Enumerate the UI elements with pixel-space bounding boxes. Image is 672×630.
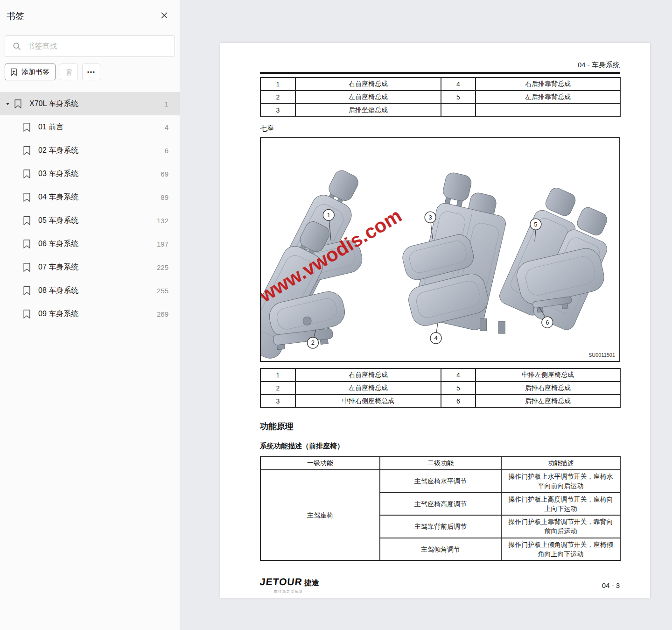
logo-text: JETOUR bbox=[259, 576, 303, 588]
add-bookmark-label: 添加书签 bbox=[21, 68, 49, 77]
function-table: 一级功能 二级功能 功能描述 主驾座椅 主驾座椅水平调节 操作门护板上水平调节开… bbox=[260, 456, 621, 561]
callout-4: 4 bbox=[430, 333, 441, 344]
bookmark-icon bbox=[22, 239, 31, 249]
caret-down-icon[interactable] bbox=[6, 102, 14, 106]
table-cell: 主驾靠背前后调节 bbox=[380, 515, 501, 538]
callout-2: 2 bbox=[307, 337, 318, 348]
bookmark-list: X70L 车身系统 1 01 前言 4 02 车身系统 6 03 车身系统 69… bbox=[0, 92, 180, 326]
column-header: 一级功能 bbox=[260, 457, 380, 470]
five-seat-parts-table: 1 右前座椅总成 4 右后排靠背总成 2 左前座椅总成 5 左后排靠背总成 3 … bbox=[260, 77, 621, 117]
table-row: 2 左前座椅总成 5 左后排靠背总成 bbox=[260, 91, 620, 104]
table-cell: 左后排靠背总成 bbox=[476, 91, 620, 104]
bookmark-item-02[interactable]: 02 车身系统 6 bbox=[0, 139, 180, 162]
pdf-reader-app: 书签 添加书签 bbox=[0, 0, 672, 630]
table-row: 1 右前座椅总成 4 中排左侧座椅总成 bbox=[260, 368, 620, 382]
bookmark-icon bbox=[22, 262, 31, 272]
header-rule bbox=[260, 72, 620, 74]
table-cell: 操作门护板上高度调节开关，座椅向上向下运动 bbox=[501, 493, 620, 516]
tagline-rule-left bbox=[260, 592, 271, 592]
callout-6: 6 bbox=[542, 317, 553, 328]
table-row: 1 右前座椅总成 4 右后排靠背总成 bbox=[260, 78, 620, 91]
svg-text:1: 1 bbox=[327, 212, 330, 219]
bookmark-label: 03 车身系统 bbox=[38, 169, 161, 179]
bookmark-item-01[interactable]: 01 前言 4 bbox=[0, 115, 180, 139]
close-icon[interactable] bbox=[159, 10, 169, 21]
table-cell: 后排坐垫总成 bbox=[295, 104, 441, 117]
bookmark-item-root[interactable]: X70L 车身系统 1 bbox=[0, 92, 180, 115]
bookmark-page: 255 bbox=[157, 287, 168, 295]
search-input[interactable] bbox=[27, 42, 175, 50]
svg-text:2: 2 bbox=[311, 339, 315, 346]
table-cell: 1 bbox=[260, 368, 295, 382]
svg-text:3: 3 bbox=[429, 214, 432, 221]
bookmark-page: 132 bbox=[157, 217, 168, 225]
page-footer: JETOUR 捷途 用行动定义旅途 04 - 3 bbox=[260, 576, 620, 594]
svg-text:6: 6 bbox=[546, 319, 549, 326]
function-group-cell: 主驾座椅 bbox=[260, 470, 380, 560]
bookmarks-panel: 书签 添加书签 bbox=[0, 0, 180, 630]
table-cell: 主驾座椅水平调节 bbox=[380, 470, 501, 493]
bookmark-item-08[interactable]: 08 车身系统 255 bbox=[0, 279, 180, 302]
table-cell: 中排左侧座椅总成 bbox=[476, 368, 620, 382]
seven-seat-parts-table: 1 右前座椅总成 4 中排左侧座椅总成 2 左前座椅总成 5 后排右座椅总成 3… bbox=[260, 368, 621, 408]
table-cell: 后排右座椅总成 bbox=[476, 382, 620, 395]
svg-text:4: 4 bbox=[434, 334, 437, 341]
delete-bookmark-button[interactable] bbox=[60, 64, 78, 80]
bookmark-label: 02 车身系统 bbox=[38, 146, 165, 156]
page-number: 04 - 3 bbox=[602, 581, 620, 589]
bookmark-page: 6 bbox=[165, 147, 168, 155]
panel-title: 书签 bbox=[7, 10, 24, 22]
bookmark-page: 1 bbox=[165, 100, 168, 108]
bookmark-label: X70L 车身系统 bbox=[29, 99, 165, 109]
bookmark-label: 04 车身系统 bbox=[38, 192, 161, 202]
bookmark-item-09[interactable]: 09 车身系统 269 bbox=[0, 302, 180, 326]
table-cell: 3 bbox=[260, 104, 295, 117]
table-cell: 主驾座椅高度调节 bbox=[380, 493, 501, 516]
bookmark-item-04[interactable]: 04 车身系统 89 bbox=[0, 185, 180, 209]
tagline-rule-right bbox=[306, 592, 317, 592]
figure-label: 七座 bbox=[260, 124, 620, 133]
table-cell: 1 bbox=[260, 78, 295, 91]
bookmark-icon bbox=[14, 99, 22, 109]
callout-3: 3 bbox=[425, 212, 436, 223]
bookmark-icon bbox=[22, 286, 31, 296]
logo-cn-text: 捷途 bbox=[304, 578, 319, 588]
seat-figure: 1 2 3 4 5 6 www.vwodis.com SU0011501 bbox=[260, 137, 620, 362]
bookmark-icon bbox=[22, 216, 31, 226]
bookmark-page: 4 bbox=[165, 123, 168, 131]
callout-1: 1 bbox=[323, 209, 334, 220]
bookmark-label: 01 前言 bbox=[38, 122, 165, 132]
bookmark-item-07[interactable]: 07 车身系统 225 bbox=[0, 255, 180, 279]
table-cell: 5 bbox=[441, 382, 476, 395]
table-cell: 右前座椅总成 bbox=[295, 368, 441, 382]
more-options-label: ⋯ bbox=[87, 68, 96, 76]
bookmark-item-06[interactable]: 06 车身系统 197 bbox=[0, 232, 180, 255]
subsection-title: 系统功能描述（前排座椅） bbox=[260, 442, 620, 451]
tagline-text: 用行动定义旅途 bbox=[274, 589, 303, 594]
bookmark-search bbox=[5, 35, 175, 57]
bookmark-icon bbox=[22, 192, 31, 202]
section-title: 功能原理 bbox=[260, 421, 620, 432]
bookmark-label: 06 车身系统 bbox=[38, 239, 157, 249]
seat-diagram: 1 2 3 4 5 6 www.vwodis.com SU0011501 bbox=[261, 138, 619, 361]
table-cell: 3 bbox=[260, 395, 295, 408]
table-cell: 右后排靠背总成 bbox=[476, 78, 620, 91]
bookmark-item-05[interactable]: 05 车身系统 132 bbox=[0, 209, 180, 232]
add-bookmark-button[interactable]: 添加书签 bbox=[5, 64, 56, 80]
pdf-page: 04 - 车身系统 1 右前座椅总成 4 右后排靠背总成 2 左前座椅总成 5 … bbox=[220, 43, 650, 598]
table-cell: 4 bbox=[441, 368, 476, 382]
column-header: 功能描述 bbox=[501, 457, 620, 470]
table-cell: 4 bbox=[441, 78, 476, 91]
trash-icon bbox=[64, 67, 74, 77]
column-header: 二级功能 bbox=[380, 457, 501, 470]
document-viewer[interactable]: 04 - 车身系统 1 右前座椅总成 4 右后排靠背总成 2 左前座椅总成 5 … bbox=[180, 0, 672, 630]
table-cell bbox=[476, 104, 620, 117]
more-options-button[interactable]: ⋯ bbox=[82, 64, 100, 80]
bookmark-page: 197 bbox=[157, 240, 168, 248]
bookmark-icon bbox=[22, 169, 31, 179]
table-cell bbox=[441, 104, 476, 117]
bookmark-item-03[interactable]: 03 车身系统 69 bbox=[0, 162, 180, 185]
callout-5: 5 bbox=[530, 219, 541, 230]
figure-code: SU0011501 bbox=[588, 352, 615, 358]
table-cell: 左前座椅总成 bbox=[295, 382, 441, 395]
